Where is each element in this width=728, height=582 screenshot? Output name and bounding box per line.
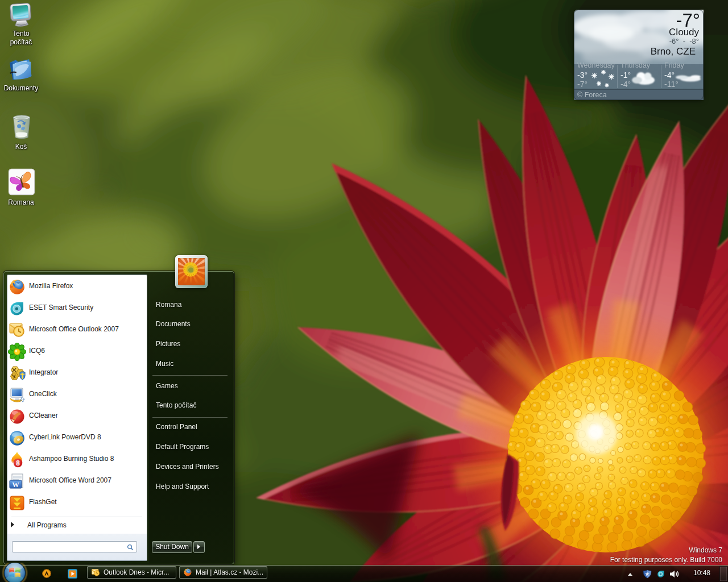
svg-text:W: W	[12, 481, 19, 489]
svg-text:8: 8	[16, 459, 20, 467]
